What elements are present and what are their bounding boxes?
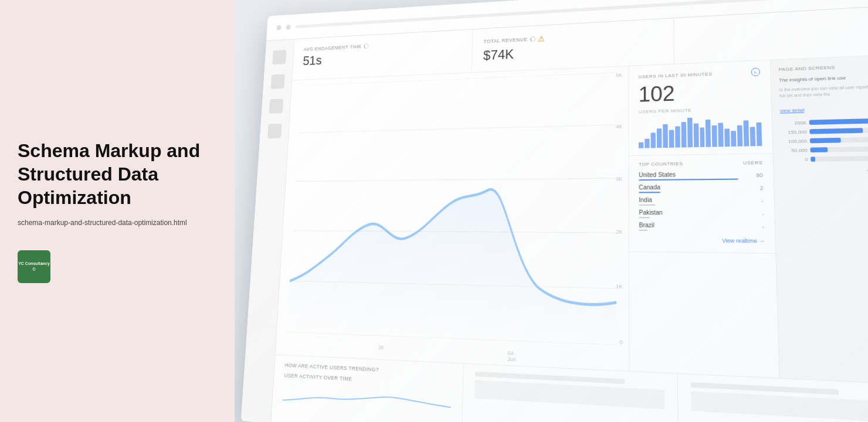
mini-bar-1 bbox=[639, 142, 643, 148]
right-panel: Avg engagement time i 51s Total revenue … bbox=[235, 0, 868, 422]
mini-bar-11 bbox=[700, 127, 705, 147]
view-realtime-link[interactable]: View realtime → bbox=[639, 234, 765, 247]
countries-section-header: TOP COUNTRIES USERS bbox=[639, 160, 762, 167]
y-label-2k: 2K bbox=[616, 229, 622, 235]
y-label-5k: 5K bbox=[616, 72, 622, 78]
info-icon-revenue: i bbox=[530, 36, 535, 42]
country-name-br: Brazil bbox=[639, 222, 751, 229]
h-bar-label-4: 50,000 bbox=[781, 148, 808, 154]
svg-line-2 bbox=[296, 178, 616, 181]
country-value-us: 80 bbox=[750, 172, 762, 178]
h-bar-row-4: 50,000 bbox=[781, 146, 868, 154]
x-label-empty bbox=[444, 348, 445, 359]
h-bar-row-1: 200K bbox=[780, 118, 868, 126]
h-bar-fill-2 bbox=[809, 128, 863, 134]
bottom-svg bbox=[282, 383, 451, 417]
h-bar-track-2 bbox=[809, 127, 868, 134]
h-bar-track-1 bbox=[809, 118, 868, 125]
country-name-in: India bbox=[639, 196, 750, 203]
country-info-br: Brazil bbox=[639, 222, 751, 232]
country-row-pk: Pakistan - bbox=[639, 209, 764, 219]
mini-bar-3 bbox=[650, 132, 655, 148]
h-bar-label-2: 150,000 bbox=[781, 129, 807, 135]
realtime-header-text: USERS IN LAST 30 MINUTES bbox=[638, 71, 712, 79]
country-bar-pk bbox=[639, 217, 650, 218]
bottom-widget-3 bbox=[677, 374, 868, 422]
y-label-4k: 4K bbox=[616, 124, 622, 130]
sidebar-icon-settings[interactable] bbox=[267, 124, 282, 138]
realtime-icon[interactable]: ↻ bbox=[751, 68, 761, 77]
mini-bar-8 bbox=[681, 122, 686, 148]
bottom-line-chart bbox=[282, 383, 451, 417]
country-bar-ca bbox=[639, 192, 660, 193]
country-value-in: - bbox=[750, 198, 764, 204]
country-row-us: United States 80 bbox=[639, 171, 763, 181]
country-bar-us bbox=[639, 179, 738, 181]
mini-bar-9 bbox=[687, 118, 693, 148]
y-label-1k: 1K bbox=[616, 284, 623, 290]
analytics-wrapper: Avg engagement time i 51s Total revenue … bbox=[241, 0, 868, 422]
mini-bar-chart bbox=[639, 116, 762, 148]
y-label-3k: 3K bbox=[616, 176, 622, 182]
h-bar-row-2: 150,000 bbox=[781, 127, 868, 135]
mini-bar-10 bbox=[693, 124, 699, 148]
bottom-widget-trending: HOW ARE ACTIVE USERS TRENDING? User acti… bbox=[271, 355, 464, 422]
logo-box[interactable]: YC Consultancy © bbox=[18, 250, 50, 283]
x-label-04jun: 04Jun bbox=[507, 350, 516, 362]
bottom-chart-placeholder-2 bbox=[474, 380, 664, 409]
mini-bar-18 bbox=[744, 120, 750, 147]
far-right-link[interactable]: view detail bbox=[780, 107, 805, 113]
h-bar-track-3 bbox=[810, 137, 868, 143]
country-info-pk: Pakistan bbox=[639, 209, 751, 219]
mini-bar-4 bbox=[657, 128, 662, 148]
realtime-big-number: 102 bbox=[639, 79, 761, 107]
line-chart-svg bbox=[287, 72, 616, 345]
far-right-description: The insights of open link use bbox=[779, 73, 868, 84]
far-right-title: PAGE AND SCREENS bbox=[778, 62, 868, 72]
country-info-ca: Canada bbox=[639, 183, 750, 193]
mini-bar-20 bbox=[757, 122, 762, 146]
mini-bar-13 bbox=[712, 125, 717, 147]
view-all-link[interactable]: view all users bbox=[782, 167, 868, 174]
h-bar-fill-4 bbox=[810, 147, 828, 152]
logo-text-line2: © bbox=[32, 267, 35, 272]
h-bar-track-5 bbox=[811, 155, 868, 162]
analytics-content: Avg engagement time i 51s Total revenue … bbox=[241, 6, 868, 422]
h-bar-fill-1 bbox=[809, 118, 868, 125]
country-row-in: India - bbox=[639, 196, 764, 206]
info-icon-engagement: i bbox=[364, 43, 369, 49]
h-bar-fill-3 bbox=[810, 138, 841, 143]
analytics-inner: Avg engagement time i 51s Total revenue … bbox=[241, 0, 868, 422]
country-name-pk: Pakistan bbox=[639, 209, 751, 216]
sidebar-icon-users[interactable] bbox=[269, 98, 283, 113]
country-value-ca: 2 bbox=[750, 185, 763, 191]
country-name-ca: Canada bbox=[639, 183, 750, 191]
h-bar-row-5: 0 bbox=[781, 155, 868, 162]
sidebar-icon-chart[interactable] bbox=[270, 74, 284, 89]
countries-section: TOP COUNTRIES USERS United States 80 bbox=[629, 154, 776, 254]
country-info-us: United States bbox=[639, 171, 750, 181]
sidebar-icon-home[interactable] bbox=[272, 50, 286, 64]
page-title: Schema Markup and Structured Data Optimi… bbox=[18, 139, 217, 209]
mini-bar-16 bbox=[731, 131, 736, 147]
mini-bar-7 bbox=[675, 126, 680, 148]
country-row-br: Brazil - bbox=[639, 222, 764, 232]
h-bar-row-3: 100,000 bbox=[781, 137, 868, 144]
country-row-ca: Canada 2 bbox=[639, 183, 763, 193]
horizontal-bar-chart: 200K 150,000 bbox=[780, 118, 868, 163]
svg-line-1 bbox=[299, 125, 616, 133]
chart-y-labels: 5K 4K 3K 2K 1K 0 bbox=[616, 72, 623, 345]
left-panel: Schema Markup and Structured Data Optimi… bbox=[0, 0, 235, 422]
far-right-panel: PAGE AND SCREENS The insights of open li… bbox=[770, 55, 868, 384]
mini-bar-5 bbox=[663, 124, 668, 148]
logo-text-line1: YC Consultancy bbox=[18, 261, 50, 266]
warning-icon: ⚠ bbox=[537, 34, 545, 43]
mini-bar-19 bbox=[750, 127, 756, 147]
analytics-main: Avg engagement time i 51s Total revenue … bbox=[271, 6, 868, 422]
country-name-us: United States bbox=[639, 171, 750, 178]
bottom-chart-placeholder-3 bbox=[691, 392, 868, 422]
mini-bar-14 bbox=[718, 122, 724, 147]
y-label-0: 0 bbox=[616, 339, 623, 345]
right-widgets: USERS IN LAST 30 MINUTES ↻ 102 USERS PER… bbox=[628, 60, 779, 378]
h-bar-fill-5 bbox=[811, 157, 815, 162]
